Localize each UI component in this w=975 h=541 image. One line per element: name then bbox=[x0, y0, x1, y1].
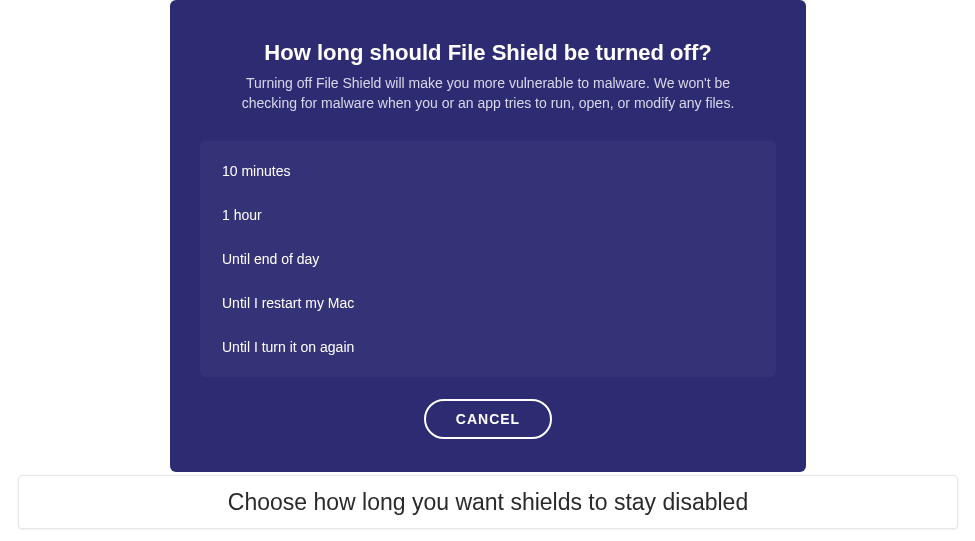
caption-card: Choose how long you want shields to stay… bbox=[18, 475, 958, 529]
option-10-minutes[interactable]: 10 minutes bbox=[200, 149, 776, 193]
option-until-turn-on-again[interactable]: Until I turn it on again bbox=[200, 325, 776, 369]
file-shield-dialog: How long should File Shield be turned of… bbox=[170, 0, 806, 472]
duration-options-panel: 10 minutes 1 hour Until end of day Until… bbox=[200, 141, 776, 377]
dialog-title: How long should File Shield be turned of… bbox=[264, 40, 711, 66]
dialog-subtitle: Turning off File Shield will make you mo… bbox=[218, 74, 758, 113]
option-1-hour[interactable]: 1 hour bbox=[200, 193, 776, 237]
option-until-end-of-day[interactable]: Until end of day bbox=[200, 237, 776, 281]
caption-text: Choose how long you want shields to stay… bbox=[228, 489, 748, 516]
cancel-button[interactable]: CANCEL bbox=[424, 399, 552, 439]
option-until-restart[interactable]: Until I restart my Mac bbox=[200, 281, 776, 325]
